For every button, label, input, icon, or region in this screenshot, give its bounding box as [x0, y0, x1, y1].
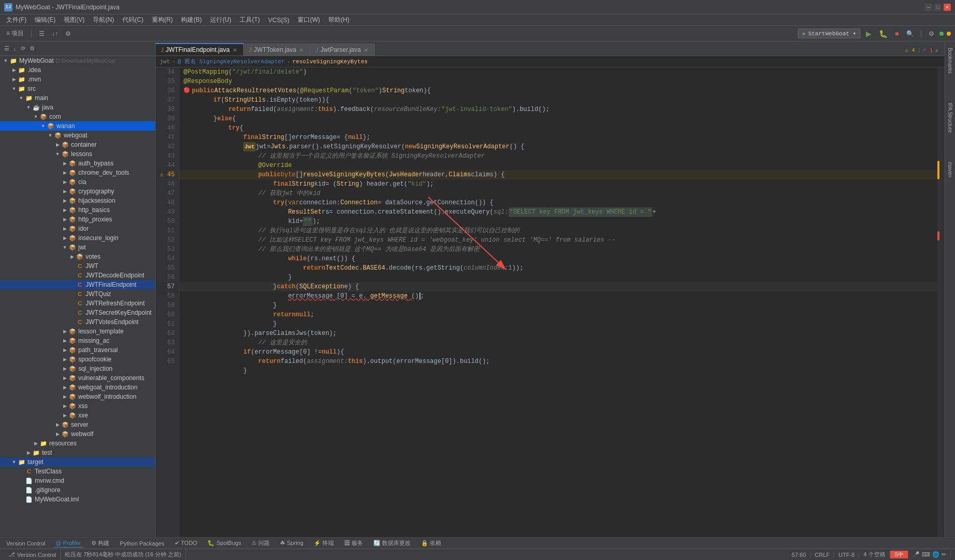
breadcrumb-item-jwt[interactable]: jwt [160, 59, 170, 65]
tree-item-cia[interactable]: ▶ 📦 cia [0, 177, 155, 187]
bottom-tab-deps[interactable]: 🔒 依赖 [419, 538, 443, 548]
toolbar-btn-1[interactable]: ☰ [37, 29, 47, 38]
project-view-btn[interactable]: ≡ 项目 [4, 28, 26, 39]
minimize-button[interactable]: ─ [925, 4, 932, 11]
tree-item-chrome-dev-tools[interactable]: ▶ 📦 chrome_dev_tools [0, 168, 155, 177]
tree-item-iml[interactable]: ▶ 📄 MyWebGoat.iml [0, 495, 155, 504]
menu-help[interactable]: 帮助(H) [324, 15, 354, 25]
status-indent[interactable]: 4 个空格 [859, 551, 890, 558]
bottom-tab-todo[interactable]: ✔ TODO [173, 539, 199, 548]
sidebar-btn-2[interactable]: ↓ [12, 45, 18, 53]
tree-item-webwolf[interactable]: ▶ 📦 webwolf [0, 429, 155, 439]
tree-item-jwt-quiz[interactable]: ▶ C JWTQuiz [0, 289, 155, 299]
toolbar-search-btn[interactable]: 🔍 [904, 29, 916, 38]
tree-item-jwt-final[interactable]: ▶ C JWTFinalEndpoint [0, 280, 155, 289]
tree-item-wanan[interactable]: ▼ 📦 wanan [0, 121, 155, 131]
tree-item-webgoat[interactable]: ▼ 📦 webgoat [0, 131, 155, 140]
tab-jwt-token[interactable]: J JWTToken.java ✕ [244, 44, 311, 55]
tree-item-webwolf-intro[interactable]: ▶ 📦 webwolf_introduction [0, 392, 155, 401]
tree-item-sql-injection[interactable]: ▶ 📦 sql_injection [0, 364, 155, 373]
tree-item-target[interactable]: ▼ 📁 target [0, 457, 155, 467]
menu-code[interactable]: 代码(C) [118, 15, 148, 25]
project-tree[interactable]: ▼ 📁 MyWebGoat D:\Download\MyWebGoat ▶ 📁 … [0, 56, 155, 537]
maven-tab[interactable]: maven [946, 160, 954, 179]
menu-view[interactable]: 视图(V) [60, 15, 89, 25]
tree-item-resources[interactable]: ▶ 📁 resources [0, 439, 155, 448]
tree-item-http-basics[interactable]: ▶ 📦 http_basics [0, 205, 155, 215]
tree-item-container[interactable]: ▶ 📦 container [0, 140, 155, 149]
debug-button[interactable]: 🐛 [877, 29, 890, 39]
tree-item-lesson-template[interactable]: ▶ 📦 lesson_template [0, 327, 155, 336]
tree-item-spoofcookie[interactable]: ▶ 📦 spoofcookie [0, 355, 155, 364]
bottom-tab-spring[interactable]: ☘ Spring [278, 539, 305, 548]
tree-item-vulnerable-components[interactable]: ▶ 📦 vulnerable_components [0, 373, 155, 383]
toolbar-extra-btn[interactable]: ⚙ [926, 29, 936, 38]
breadcrumb-item-signing[interactable]: @ 匿名 SigningKeyResolverAdapter [177, 58, 285, 65]
tab-jwt-final-endpoint[interactable]: J JWTFinalEndpoint.java ✕ [156, 43, 244, 55]
tree-item-webgoat-intro[interactable]: ▶ 📦 webgoat_introduction [0, 383, 155, 392]
tree-item-main[interactable]: ▼ 📁 main [0, 93, 155, 103]
menu-build[interactable]: 构建(B) [177, 15, 206, 25]
tree-item-votes[interactable]: ▶ 📦 votes [0, 252, 155, 261]
tree-item-mywebgoat[interactable]: ▼ 📁 MyWebGoat D:\Download\MyWebGoat [0, 56, 155, 65]
tree-item-jwt[interactable]: ▼ 📦 jwt [0, 243, 155, 252]
bottom-tab-profiler[interactable]: @ Profiler [53, 539, 83, 548]
bottom-tab-problems[interactable]: ⚠ 问题 [249, 538, 272, 548]
sidebar-btn-3[interactable]: ⟳ [20, 44, 26, 53]
menu-navigate[interactable]: 导航(N) [89, 15, 118, 25]
tree-item-com[interactable]: ▼ 📦 com [0, 112, 155, 121]
tree-item-hijacksession[interactable]: ▶ 📦 hijacksession [0, 196, 155, 205]
tree-item-xxe[interactable]: ▶ 📦 xxe [0, 411, 155, 420]
toolbar-stop-btn[interactable]: ■ [893, 29, 901, 38]
tab-close-jwt-parser[interactable]: ✕ [363, 47, 369, 53]
tab-close-jwt-token[interactable]: ✕ [298, 47, 304, 53]
bottom-tab-build[interactable]: ⚙ 构建 [89, 538, 111, 548]
tab-close-jwt-final[interactable]: ✕ [232, 47, 238, 53]
code-content[interactable]: @PostMapping("/jwt/final/delete") @Respo… [179, 67, 937, 537]
status-crlf[interactable]: CRLF [811, 552, 835, 558]
status-sougou[interactable]: S中 [890, 551, 908, 558]
tab-jwt-parser[interactable]: J JwtParser.java ✕ [310, 44, 375, 55]
bottom-tab-spotbugs[interactable]: 🐛 SpotBugs [205, 539, 243, 548]
tree-item-mvnw[interactable]: ▶ 📄 mvnw.cmd [0, 476, 155, 485]
menu-window[interactable]: 窗口(W) [293, 15, 324, 25]
status-memory[interactable]: 松压在 7秒814毫秒 中成功成功 (16 分钟 之前) [61, 549, 186, 560]
tree-item-lessons[interactable]: ▼ 📦 lessons [0, 149, 155, 159]
tree-item-mvn[interactable]: ▶ 📁 .mvn [0, 75, 155, 84]
menu-refactor[interactable]: 重构(R) [148, 15, 177, 25]
bottom-tab-db-changes[interactable]: 🔄 数据库更改 [371, 538, 413, 548]
tree-item-http-proxies[interactable]: ▶ 📦 http_proxies [0, 215, 155, 224]
status-position[interactable]: 57:60 [788, 552, 811, 558]
close-button[interactable]: ✕ [944, 4, 951, 11]
menu-edit[interactable]: 编辑(E) [31, 15, 60, 25]
menu-vcs[interactable]: VCS(S) [264, 16, 293, 25]
tree-item-test[interactable]: ▶ 📁 test [0, 448, 155, 457]
run-config-selector[interactable]: ▶ StartWebGoat ▾ [798, 29, 861, 38]
tree-item-missing-ac[interactable]: ▶ 📦 missing_ac [0, 336, 155, 345]
tree-item-idea[interactable]: ▶ 📁 .idea [0, 65, 155, 75]
tree-item-jwt-secret[interactable]: ▶ C JWTSecretKeyEndpoint [0, 308, 155, 317]
toolbar-btn-3[interactable]: ⚙ [63, 29, 73, 38]
tree-item-idor[interactable]: ▶ 📦 idor [0, 224, 155, 233]
tree-item-auth-bypass[interactable]: ▶ 📦 auth_bypass [0, 159, 155, 168]
tree-item-src[interactable]: ▼ 📁 src [0, 84, 155, 93]
tree-item-xss[interactable]: ▶ 📦 xss [0, 401, 155, 411]
maximize-button[interactable]: □ [934, 4, 942, 11]
bottom-tab-terminal[interactable]: ⚡ 终端 [312, 538, 336, 548]
tree-item-path-traversal[interactable]: ▶ 📦 path_traversal [0, 345, 155, 355]
tree-item-jwt-decode[interactable]: ▶ C JWTDecodeEndpoint [0, 271, 155, 280]
bottom-tab-vcs[interactable]: Version Control [4, 539, 47, 548]
tree-item-jwt-votes[interactable]: ▶ C JWTVotesEndpoint [0, 317, 155, 327]
toolbar-btn-2[interactable]: ↓↑ [50, 29, 60, 38]
tree-item-testclass[interactable]: ▶ C TestClass [0, 467, 155, 476]
tree-item-jwt-refresh[interactable]: ▶ C JWTRefreshEndpoint [0, 299, 155, 308]
sidebar-btn-1[interactable]: ☰ [3, 44, 10, 53]
bottom-tab-python[interactable]: Python Packages [118, 539, 166, 548]
status-charset[interactable]: UTF-8 [834, 552, 859, 558]
tree-item-jwt-class[interactable]: ▶ C JWT [0, 261, 155, 271]
menu-tools[interactable]: 工具(T) [235, 15, 264, 25]
tree-item-insecure-login[interactable]: ▶ 📦 insecure_login [0, 233, 155, 243]
menu-file[interactable]: 文件(F) [2, 15, 31, 25]
tree-item-java[interactable]: ▼ ☕ java [0, 103, 155, 112]
run-button[interactable]: ▶ [864, 29, 874, 39]
